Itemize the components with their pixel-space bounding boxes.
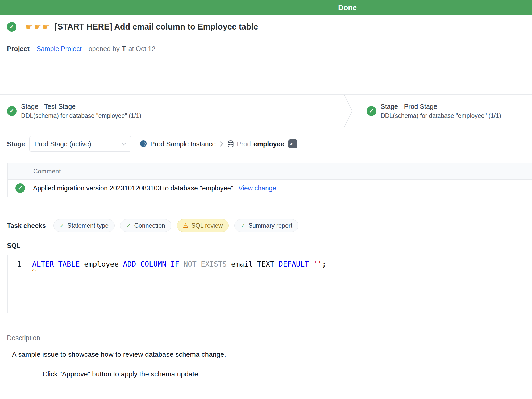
environment-name: Prod	[237, 140, 251, 148]
check-badge-label: Statement type	[67, 222, 109, 229]
stage-separator-chevron-icon	[343, 95, 354, 127]
issue-title: [START HERE] Add email column to Employe…	[55, 22, 258, 32]
opened-by-text: opened by	[89, 45, 120, 53]
description-label: Description	[0, 334, 532, 342]
stage-selector-row: Stage Prod Stage (active) Prod Sample In…	[0, 136, 532, 152]
description-paragraph: A sample issue to showcase how to review…	[0, 350, 532, 359]
postgresql-icon	[139, 140, 147, 148]
stage-prod-subtitle-link[interactable]: DDL(schema) for database "employee"	[381, 112, 487, 119]
warning-triangle-icon: ⚠	[183, 223, 189, 229]
check-badge-label: Summary report	[248, 222, 292, 229]
check-badge-connection[interactable]: ✓ Connection	[120, 219, 171, 232]
stage-test-title: Stage - Test Stage	[21, 103, 141, 110]
comment-text: Applied migration version 20231012083103…	[33, 184, 235, 192]
database-breadcrumb: Prod Sample Instance Prod employee >_	[139, 139, 297, 148]
comment-row: ✓ Applied migration version 202310120831…	[8, 180, 532, 197]
sql-editor[interactable]: 1 ALTER TABLE employee ADD COLUMN IF NOT…	[7, 255, 525, 313]
check-badge-label: SQL review	[191, 222, 223, 229]
sql-statement: ALTER TABLE employee ADD COLUMN IF NOT E…	[32, 260, 326, 268]
project-link[interactable]: Sample Project	[36, 45, 82, 53]
issue-title-row: ✓ ☛☛☛ [START HERE] Add email column to E…	[0, 15, 532, 39]
project-label: Project	[7, 45, 30, 53]
check-badge-label: Connection	[134, 222, 165, 229]
comment-success-check-icon: ✓	[15, 183, 25, 193]
task-checks-row: Task checks ✓ Statement type ✓ Connectio…	[0, 219, 532, 232]
author-name: T	[122, 45, 126, 53]
comment-column-header: Comment	[33, 168, 61, 175]
line-number: 1	[8, 260, 22, 268]
stage-prod-task-count: (1/1)	[489, 112, 501, 119]
instance-name[interactable]: Prod Sample Instance	[150, 140, 216, 148]
chevron-right-icon	[219, 141, 223, 147]
terminal-icon: >_	[290, 142, 296, 146]
comment-table-header: Comment	[8, 163, 532, 180]
status-done-label: Done	[338, 0, 357, 15]
stage-dropdown-value: Prod Stage (active)	[34, 140, 91, 148]
description-paragraph: Click "Approve" button to apply the sche…	[0, 370, 532, 379]
comment-table: Comment ✓ Applied migration version 2023…	[7, 163, 532, 197]
check-badge-statement-type[interactable]: ✓ Statement type	[53, 219, 115, 232]
stage-prod-check-icon: ✓	[367, 106, 376, 116]
stage-test-check-icon: ✓	[7, 106, 17, 116]
view-change-link[interactable]: View change	[238, 184, 276, 192]
pointing-right-emoji: ☛☛☛	[26, 22, 51, 32]
database-name[interactable]: employee	[253, 140, 284, 148]
section-divider	[0, 393, 532, 393]
check-badge-sql-review[interactable]: ⚠ SQL review	[177, 219, 229, 232]
stage-dropdown[interactable]: Prod Stage (active)	[29, 136, 131, 152]
section-divider	[0, 324, 532, 324]
sql-section-label: SQL	[0, 242, 532, 250]
status-banner: Done	[0, 0, 532, 15]
check-pass-icon: ✓	[60, 222, 64, 229]
issue-detail-page: Done ✓ ☛☛☛ [START HERE] Add email column…	[0, 0, 532, 399]
chevron-down-icon	[121, 142, 126, 146]
stage-pipeline: ✓ Stage - Test Stage DDL(schema) for dat…	[0, 94, 532, 127]
issue-done-check-icon: ✓	[7, 22, 16, 32]
task-checks-label: Task checks	[7, 222, 46, 230]
stage-item-prod[interactable]: ✓ Stage - Prod Stage DDL(schema) for dat…	[367, 95, 501, 127]
sql-code-line: 1 ALTER TABLE employee ADD COLUMN IF NOT…	[8, 260, 326, 268]
open-sql-editor-button[interactable]: >_	[288, 139, 297, 148]
stage-selector-label: Stage	[7, 140, 25, 148]
stage-test-subtitle: DDL(schema) for database "employee" (1/1…	[21, 112, 141, 119]
project-separator: -	[32, 45, 34, 53]
stage-prod-title: Stage - Prod Stage	[381, 103, 501, 110]
sql-warning-squiggle-icon	[32, 269, 39, 271]
check-pass-icon: ✓	[240, 222, 245, 229]
check-pass-icon: ✓	[126, 222, 131, 229]
check-badge-summary-report[interactable]: ✓ Summary report	[234, 219, 298, 232]
spacer	[0, 54, 532, 94]
database-icon	[227, 140, 234, 148]
opened-at-text: at Oct 12	[128, 45, 155, 53]
stage-item-test[interactable]: ✓ Stage - Test Stage DDL(schema) for dat…	[0, 103, 141, 119]
project-row: Project - Sample Project opened by T at …	[0, 43, 532, 54]
